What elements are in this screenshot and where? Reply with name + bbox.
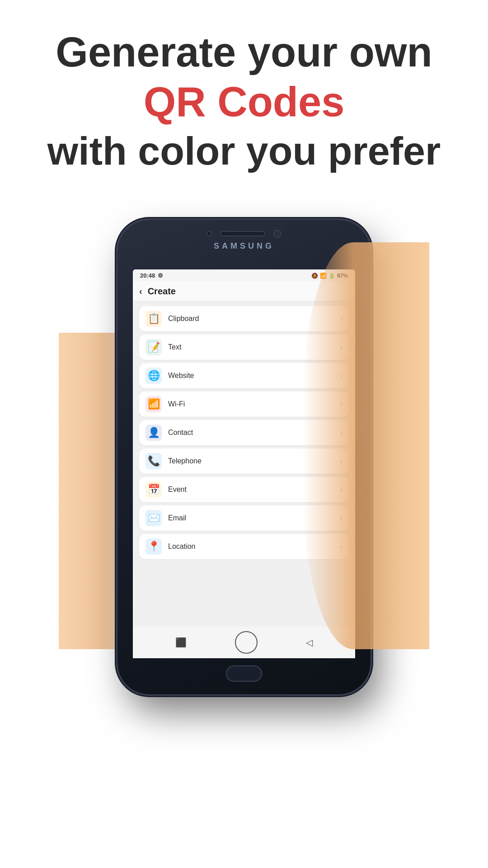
- phone-bottom-nav: ⬛ ◁: [133, 627, 355, 658]
- phone-mockup: SAMSUNG 20:48 ⚙ 🔕 📶 🔋 97% ‹ Create: [59, 197, 429, 839]
- header-line2: with color you prefer: [47, 127, 441, 175]
- wifi-icon: 📶: [145, 396, 162, 412]
- clipboard-label: Clipboard: [168, 315, 334, 323]
- settings-icon: ⚙: [158, 272, 163, 279]
- phone-camera: [273, 230, 282, 238]
- website-icon: 🌐: [145, 368, 162, 384]
- status-left: 20:48 ⚙: [140, 272, 163, 279]
- header-section: Generate your own QR Codes with color yo…: [11, 0, 477, 193]
- phone-speaker: [220, 231, 265, 236]
- header-line1: Generate your own: [47, 27, 441, 77]
- phone-top-bar: [117, 220, 371, 238]
- phone-home-physical-button[interactable]: [226, 665, 262, 682]
- nav-recent-button[interactable]: ⬛: [175, 637, 187, 648]
- app-bar-title: Create: [148, 286, 176, 297]
- telephone-icon: 📞: [145, 453, 162, 469]
- location-icon: 📍: [145, 538, 162, 555]
- phone-dot-left: [206, 231, 212, 236]
- clipboard-icon: 📋: [145, 311, 162, 327]
- nav-home-button[interactable]: [235, 631, 258, 654]
- event-icon: 📅: [145, 481, 162, 498]
- back-button[interactable]: ‹: [139, 286, 142, 297]
- nav-back-button[interactable]: ◁: [306, 637, 313, 648]
- text-icon: 📝: [145, 339, 162, 355]
- status-time: 20:48: [140, 272, 155, 279]
- samsung-brand: SAMSUNG: [117, 241, 371, 251]
- hand-right: [303, 242, 429, 649]
- header-highlight: QR Codes: [47, 77, 441, 127]
- email-icon: ✉️: [145, 510, 162, 526]
- mute-icon: 🔕: [311, 273, 318, 279]
- contact-icon: 👤: [145, 425, 162, 441]
